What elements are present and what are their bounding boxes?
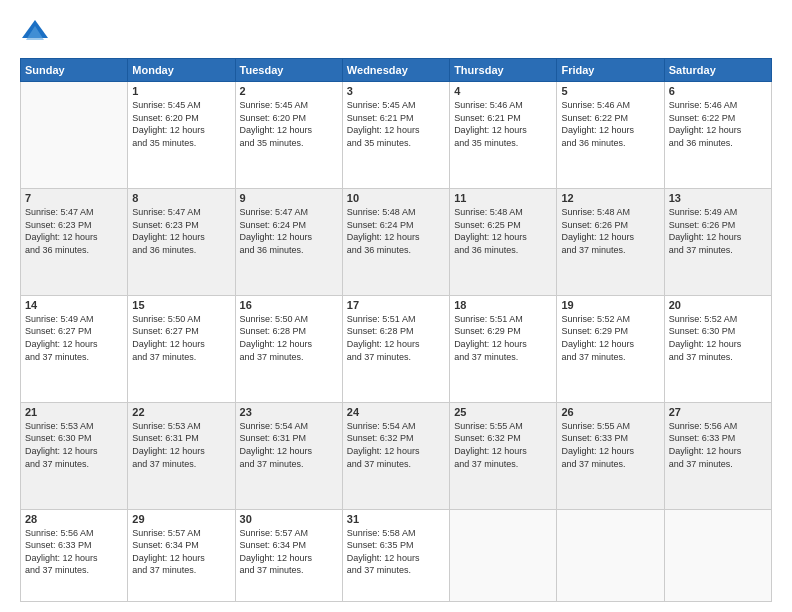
calendar-cell [664, 509, 771, 601]
day-number: 22 [132, 406, 230, 418]
day-number: 10 [347, 192, 445, 204]
day-info: Sunrise: 5:52 AMSunset: 6:29 PMDaylight:… [561, 313, 659, 363]
day-info: Sunrise: 5:46 AMSunset: 6:21 PMDaylight:… [454, 99, 552, 149]
calendar-cell: 3Sunrise: 5:45 AMSunset: 6:21 PMDaylight… [342, 82, 449, 189]
calendar-cell: 22Sunrise: 5:53 AMSunset: 6:31 PMDayligh… [128, 402, 235, 509]
calendar-cell: 18Sunrise: 5:51 AMSunset: 6:29 PMDayligh… [450, 295, 557, 402]
calendar-cell: 14Sunrise: 5:49 AMSunset: 6:27 PMDayligh… [21, 295, 128, 402]
day-number: 2 [240, 85, 338, 97]
day-info: Sunrise: 5:46 AMSunset: 6:22 PMDaylight:… [561, 99, 659, 149]
day-number: 5 [561, 85, 659, 97]
day-number: 28 [25, 513, 123, 525]
day-number: 15 [132, 299, 230, 311]
weekday-header-monday: Monday [128, 59, 235, 82]
day-number: 26 [561, 406, 659, 418]
weekday-header-sunday: Sunday [21, 59, 128, 82]
calendar-cell: 19Sunrise: 5:52 AMSunset: 6:29 PMDayligh… [557, 295, 664, 402]
day-number: 1 [132, 85, 230, 97]
day-info: Sunrise: 5:49 AMSunset: 6:27 PMDaylight:… [25, 313, 123, 363]
calendar-cell: 11Sunrise: 5:48 AMSunset: 6:25 PMDayligh… [450, 188, 557, 295]
day-info: Sunrise: 5:47 AMSunset: 6:23 PMDaylight:… [25, 206, 123, 256]
calendar-cell: 15Sunrise: 5:50 AMSunset: 6:27 PMDayligh… [128, 295, 235, 402]
day-number: 9 [240, 192, 338, 204]
day-info: Sunrise: 5:58 AMSunset: 6:35 PMDaylight:… [347, 527, 445, 577]
calendar-week-3: 14Sunrise: 5:49 AMSunset: 6:27 PMDayligh… [21, 295, 772, 402]
calendar-cell: 7Sunrise: 5:47 AMSunset: 6:23 PMDaylight… [21, 188, 128, 295]
day-info: Sunrise: 5:47 AMSunset: 6:23 PMDaylight:… [132, 206, 230, 256]
calendar-cell: 9Sunrise: 5:47 AMSunset: 6:24 PMDaylight… [235, 188, 342, 295]
calendar-cell [450, 509, 557, 601]
calendar-cell: 29Sunrise: 5:57 AMSunset: 6:34 PMDayligh… [128, 509, 235, 601]
day-number: 18 [454, 299, 552, 311]
calendar-cell: 13Sunrise: 5:49 AMSunset: 6:26 PMDayligh… [664, 188, 771, 295]
weekday-header-thursday: Thursday [450, 59, 557, 82]
day-number: 8 [132, 192, 230, 204]
day-info: Sunrise: 5:55 AMSunset: 6:33 PMDaylight:… [561, 420, 659, 470]
day-info: Sunrise: 5:50 AMSunset: 6:28 PMDaylight:… [240, 313, 338, 363]
day-info: Sunrise: 5:45 AMSunset: 6:20 PMDaylight:… [240, 99, 338, 149]
calendar-cell: 31Sunrise: 5:58 AMSunset: 6:35 PMDayligh… [342, 509, 449, 601]
day-info: Sunrise: 5:51 AMSunset: 6:29 PMDaylight:… [454, 313, 552, 363]
calendar-cell: 20Sunrise: 5:52 AMSunset: 6:30 PMDayligh… [664, 295, 771, 402]
calendar-cell: 5Sunrise: 5:46 AMSunset: 6:22 PMDaylight… [557, 82, 664, 189]
day-number: 14 [25, 299, 123, 311]
day-number: 25 [454, 406, 552, 418]
calendar-cell: 23Sunrise: 5:54 AMSunset: 6:31 PMDayligh… [235, 402, 342, 509]
day-number: 17 [347, 299, 445, 311]
calendar-week-5: 28Sunrise: 5:56 AMSunset: 6:33 PMDayligh… [21, 509, 772, 601]
day-info: Sunrise: 5:57 AMSunset: 6:34 PMDaylight:… [132, 527, 230, 577]
day-number: 7 [25, 192, 123, 204]
calendar-cell: 25Sunrise: 5:55 AMSunset: 6:32 PMDayligh… [450, 402, 557, 509]
weekday-header-friday: Friday [557, 59, 664, 82]
calendar-cell: 4Sunrise: 5:46 AMSunset: 6:21 PMDaylight… [450, 82, 557, 189]
day-info: Sunrise: 5:48 AMSunset: 6:26 PMDaylight:… [561, 206, 659, 256]
day-info: Sunrise: 5:56 AMSunset: 6:33 PMDaylight:… [25, 527, 123, 577]
day-number: 29 [132, 513, 230, 525]
calendar-cell: 26Sunrise: 5:55 AMSunset: 6:33 PMDayligh… [557, 402, 664, 509]
day-info: Sunrise: 5:55 AMSunset: 6:32 PMDaylight:… [454, 420, 552, 470]
day-number: 23 [240, 406, 338, 418]
day-number: 27 [669, 406, 767, 418]
calendar-cell: 1Sunrise: 5:45 AMSunset: 6:20 PMDaylight… [128, 82, 235, 189]
calendar-cell: 6Sunrise: 5:46 AMSunset: 6:22 PMDaylight… [664, 82, 771, 189]
weekday-header-tuesday: Tuesday [235, 59, 342, 82]
day-number: 30 [240, 513, 338, 525]
calendar-cell: 21Sunrise: 5:53 AMSunset: 6:30 PMDayligh… [21, 402, 128, 509]
calendar-cell: 24Sunrise: 5:54 AMSunset: 6:32 PMDayligh… [342, 402, 449, 509]
day-info: Sunrise: 5:48 AMSunset: 6:25 PMDaylight:… [454, 206, 552, 256]
day-number: 20 [669, 299, 767, 311]
calendar-cell: 12Sunrise: 5:48 AMSunset: 6:26 PMDayligh… [557, 188, 664, 295]
day-number: 3 [347, 85, 445, 97]
weekday-header-saturday: Saturday [664, 59, 771, 82]
day-info: Sunrise: 5:45 AMSunset: 6:20 PMDaylight:… [132, 99, 230, 149]
day-number: 4 [454, 85, 552, 97]
calendar-cell: 27Sunrise: 5:56 AMSunset: 6:33 PMDayligh… [664, 402, 771, 509]
calendar-table: SundayMondayTuesdayWednesdayThursdayFrid… [20, 58, 772, 602]
calendar-cell: 8Sunrise: 5:47 AMSunset: 6:23 PMDaylight… [128, 188, 235, 295]
logo [20, 18, 54, 48]
calendar-week-4: 21Sunrise: 5:53 AMSunset: 6:30 PMDayligh… [21, 402, 772, 509]
calendar-week-1: 1Sunrise: 5:45 AMSunset: 6:20 PMDaylight… [21, 82, 772, 189]
day-info: Sunrise: 5:54 AMSunset: 6:32 PMDaylight:… [347, 420, 445, 470]
day-number: 13 [669, 192, 767, 204]
day-number: 21 [25, 406, 123, 418]
day-info: Sunrise: 5:47 AMSunset: 6:24 PMDaylight:… [240, 206, 338, 256]
calendar-cell: 30Sunrise: 5:57 AMSunset: 6:34 PMDayligh… [235, 509, 342, 601]
calendar-cell: 16Sunrise: 5:50 AMSunset: 6:28 PMDayligh… [235, 295, 342, 402]
calendar-cell [557, 509, 664, 601]
calendar-cell: 28Sunrise: 5:56 AMSunset: 6:33 PMDayligh… [21, 509, 128, 601]
calendar-cell: 10Sunrise: 5:48 AMSunset: 6:24 PMDayligh… [342, 188, 449, 295]
day-number: 6 [669, 85, 767, 97]
calendar-cell: 2Sunrise: 5:45 AMSunset: 6:20 PMDaylight… [235, 82, 342, 189]
day-number: 16 [240, 299, 338, 311]
calendar-cell [21, 82, 128, 189]
day-info: Sunrise: 5:50 AMSunset: 6:27 PMDaylight:… [132, 313, 230, 363]
day-info: Sunrise: 5:48 AMSunset: 6:24 PMDaylight:… [347, 206, 445, 256]
day-info: Sunrise: 5:53 AMSunset: 6:30 PMDaylight:… [25, 420, 123, 470]
day-info: Sunrise: 5:49 AMSunset: 6:26 PMDaylight:… [669, 206, 767, 256]
day-info: Sunrise: 5:54 AMSunset: 6:31 PMDaylight:… [240, 420, 338, 470]
weekday-header-wednesday: Wednesday [342, 59, 449, 82]
day-info: Sunrise: 5:46 AMSunset: 6:22 PMDaylight:… [669, 99, 767, 149]
logo-icon [20, 18, 50, 48]
day-info: Sunrise: 5:51 AMSunset: 6:28 PMDaylight:… [347, 313, 445, 363]
